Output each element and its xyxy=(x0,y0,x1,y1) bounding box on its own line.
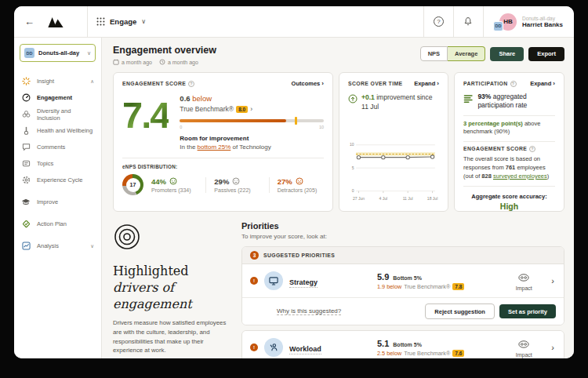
priorities-count-badge: 3 xyxy=(250,251,259,260)
sidebar-nav: Insight ∧ Engagement Diversity and Inclu… xyxy=(20,73,96,254)
participation-rate: 93% aggregated participation rate xyxy=(477,93,555,111)
sidebar-item-insight[interactable]: Insight ∧ xyxy=(20,73,96,89)
priority-name[interactable]: Workload xyxy=(289,345,321,354)
impact-icon xyxy=(518,340,529,348)
sidebar-item-comments[interactable]: Comments xyxy=(20,139,96,155)
chevron-right-icon[interactable]: › xyxy=(548,276,556,285)
comments-icon xyxy=(21,143,31,151)
score-over-time-card: SCORE OVER TIME Expand › +0.1 improvemen… xyxy=(339,72,448,212)
expand-participation-link[interactable]: Expand › xyxy=(530,80,555,87)
company-avatar: DD xyxy=(493,21,503,31)
sidebar-item-label: Insight xyxy=(37,78,84,85)
svg-text:18 Jul: 18 Jul xyxy=(427,196,437,201)
trend-text: +0.1 improvement since 11 Jul xyxy=(361,93,439,112)
scale-max: 10 xyxy=(319,125,324,129)
svg-text:0: 0 xyxy=(352,188,354,193)
svg-text:27 Jun: 27 Jun xyxy=(353,196,365,201)
score-over-time-chart: 051027 Jun4 Jul11 Jul18 Jul xyxy=(348,136,439,204)
priority-row-workload[interactable]: ! Workload 5.1Bottom 5% 2.5 belowTrue Be… xyxy=(242,331,564,358)
benchmark-line[interactable]: True Benchmark® 8.0 › xyxy=(180,105,324,113)
expand-score-link[interactable]: Expand › xyxy=(414,80,439,87)
priority-row-strategy[interactable]: ! Strategy 5.9Bottom 5% 1.9 belowTrue Be… xyxy=(242,264,564,297)
priority-name[interactable]: Strategy xyxy=(289,278,318,288)
highlighted-drivers-section: Highlighted drivers of engagement Driver… xyxy=(113,221,230,358)
priorities-title: Priorities xyxy=(241,221,564,231)
suggested-priorities-title: SUGGESTED PRIORITIES xyxy=(263,253,335,258)
user-name: Harriet Banks xyxy=(522,21,563,28)
benchmark-badge: 7.6 xyxy=(452,350,464,357)
priority-alert-icon: ! xyxy=(250,277,258,285)
sidebar-item-label: Diversity and Inclusion xyxy=(37,107,96,122)
user-company: Donuts-all-day xyxy=(522,16,563,21)
sidebar-item-experience-cycle[interactable]: Experience Cycle xyxy=(20,172,96,188)
help-icon[interactable]: ? xyxy=(529,146,535,152)
help-icon[interactable]: ? xyxy=(510,81,517,87)
suggested-priority-workload-panel: ! Workload 5.1Bottom 5% 2.5 belowTrue Be… xyxy=(241,330,564,358)
participation-title: PARTICIPATION ? xyxy=(463,81,517,87)
suggested-priorities-panel: 3 SUGGESTED PRIORITIES ! Strategy 5.9Bot… xyxy=(241,246,564,325)
passives-segment: 29% Passives (222) xyxy=(205,177,260,193)
page-title: Engagement overview xyxy=(113,45,216,56)
chevron-right-icon[interactable]: › xyxy=(548,343,556,352)
collapse-sidebar-icon[interactable]: ← xyxy=(24,16,34,27)
sidebar-item-label: Analysis xyxy=(37,242,84,249)
score-basis-text: The overall score is based on responses … xyxy=(463,155,555,181)
set-as-priority-button[interactable]: Set as priority xyxy=(499,304,556,318)
enps-distribution-title: eNPS DISTRIBUTION: xyxy=(122,164,324,169)
app-switcher[interactable]: Engage ∨ xyxy=(88,6,146,37)
round-icon xyxy=(159,59,165,65)
surveyed-employees-link[interactable]: surveyed employees xyxy=(493,173,547,180)
main-content: Engagement overview a month ago a month … xyxy=(102,38,574,358)
drivers-title: Highlighted drivers of engagement xyxy=(113,264,230,312)
svg-text:4 Jul: 4 Jul xyxy=(379,196,388,201)
chevron-up-icon: ∧ xyxy=(90,78,96,85)
passive-face-icon xyxy=(232,177,240,185)
sidebar-item-health[interactable]: Health and Wellbeing xyxy=(20,122,96,139)
sidebar-item-improve[interactable]: Improve xyxy=(20,194,96,210)
impact-button[interactable]: Impact xyxy=(506,337,542,358)
share-button[interactable]: Share xyxy=(490,47,524,61)
reject-suggestion-button[interactable]: Reject suggestion xyxy=(425,303,495,319)
average-toggle-button[interactable]: Average xyxy=(448,46,485,61)
room-for-improvement-text: In the bottom 25% of Technology xyxy=(180,144,324,151)
enps-value: 17 xyxy=(122,174,143,195)
engagement-score-title: ENGAGEMENT SCORE ? xyxy=(122,81,194,87)
participation-engagement-title: ENGAGEMENT SCORE ? xyxy=(463,146,555,152)
accuracy-value: High xyxy=(463,202,555,211)
sidebar-item-diversity[interactable]: Diversity and Inclusion xyxy=(20,106,96,122)
company-selector[interactable]: DD Donuts-all-day ∨ xyxy=(20,44,96,62)
help-icon: ? xyxy=(434,16,444,27)
action-plan-icon xyxy=(21,220,31,228)
sidebar-item-topics[interactable]: Topics xyxy=(20,155,96,172)
export-button[interactable]: Export xyxy=(528,47,564,61)
participation-benchmark-note: 3 percentage point(s) above benchmark (9… xyxy=(463,120,555,136)
app-name: Engage xyxy=(110,17,136,26)
impact-icon xyxy=(518,274,529,282)
benchmark-bar-fill xyxy=(180,119,286,122)
bottom-25-link[interactable]: bottom 25% xyxy=(198,144,231,151)
enps-donut: 17 xyxy=(122,174,143,195)
chevron-down-icon: ∨ xyxy=(87,50,91,56)
workload-icon xyxy=(264,338,283,357)
priority-score-block: 5.9Bottom 5% 1.9 belowTrue Benchmark®7.8 xyxy=(366,272,499,290)
chevron-down-icon: ∨ xyxy=(90,243,96,249)
impact-button[interactable]: Impact xyxy=(506,271,542,291)
avatar: HB DD xyxy=(493,13,517,31)
nps-toggle-button[interactable]: NPS xyxy=(420,46,448,61)
sidebar-item-label: Topics xyxy=(37,160,96,167)
sidebar-item-analysis[interactable]: Analysis ∨ xyxy=(20,238,96,254)
outcomes-link[interactable]: Outcomes › xyxy=(292,80,324,87)
sidebar-item-engagement[interactable]: Engagement xyxy=(20,89,96,106)
chevron-right-icon: › xyxy=(553,80,555,87)
sidebar: DD Donuts-all-day ∨ Insight ∧ Engagement xyxy=(14,38,102,358)
topics-icon xyxy=(21,159,31,168)
app-window: ← Engage ∨ ? HB DD xyxy=(14,6,574,358)
grid-icon xyxy=(96,17,105,26)
help-icon[interactable]: ? xyxy=(188,81,194,87)
notifications-button[interactable] xyxy=(453,6,483,37)
why-suggested-link[interactable]: Why is this suggested? xyxy=(277,307,341,315)
user-menu[interactable]: HB DD Donuts-all-day Harriet Banks xyxy=(483,6,574,37)
help-button[interactable]: ? xyxy=(423,6,453,37)
sidebar-item-action-plan[interactable]: Action Plan xyxy=(20,216,96,232)
svg-text:11 Jul: 11 Jul xyxy=(403,196,413,201)
